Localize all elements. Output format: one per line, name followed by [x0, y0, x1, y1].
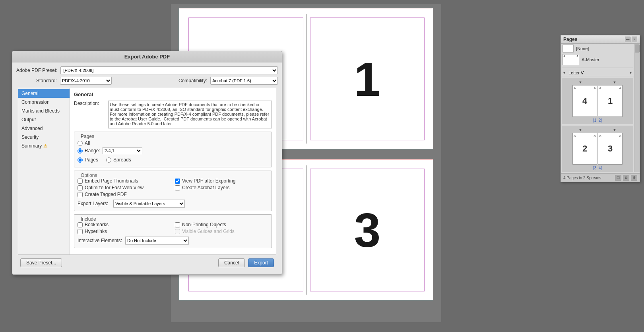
letter-v-label: Letter V — [568, 70, 584, 75]
pages-panel-content: [None] A A A-Master ▼ Letter V ▼ — [561, 44, 634, 172]
range-radio[interactable] — [78, 148, 83, 153]
tagged-pdf-checkbox[interactable] — [78, 192, 83, 197]
pages-panel-title: Pages — [563, 37, 577, 42]
hyperlinks-label: Hyperlinks — [85, 229, 107, 234]
optimize-web-checkbox[interactable] — [78, 185, 83, 190]
spread-1-page-1[interactable]: A A 1 — [598, 85, 623, 117]
scroll-track[interactable] — [634, 44, 640, 172]
spread-2-container: ▼ ▼ A A 2 A A 3 [3, 4] — [562, 126, 633, 172]
dialog-title-text: Export Adobe PDF — [124, 54, 170, 60]
pages-panel-footer: 4 Pages in 2 Spreads ☐ ⧉ 🗑 — [561, 173, 640, 182]
panel-expand-btn[interactable]: » — [632, 37, 637, 42]
sidebar-item-output[interactable]: Output — [18, 115, 70, 124]
bookmarks-checkbox[interactable] — [78, 222, 83, 227]
compat-select[interactable]: Acrobat 7 (PDF 1.6) — [210, 77, 278, 85]
sidebar-item-advanced[interactable]: Advanced — [18, 124, 70, 133]
scroll-thumb[interactable] — [635, 45, 640, 52]
page-1-inner-border — [310, 17, 425, 140]
interactive-elements-label: Interactive Elements: — [78, 238, 125, 243]
tagged-pdf-label: Create Tagged PDF — [85, 192, 127, 197]
page-3-inner-border — [310, 169, 425, 291]
spread-1-page-4[interactable]: A A 4 — [572, 85, 597, 117]
panel-collapse-btn[interactable]: — — [625, 37, 630, 42]
dialog-title: Export Adobe PDF — [12, 51, 282, 62]
view-pdf-checkbox[interactable] — [175, 179, 180, 184]
interactive-elements-select[interactable]: Do Not Include — [125, 237, 189, 245]
all-label: All — [85, 140, 90, 146]
acrobat-layers-checkbox[interactable] — [175, 185, 180, 190]
range-select[interactable]: 2-4,1 — [103, 147, 142, 154]
visible-guides-checkbox[interactable] — [175, 229, 180, 234]
none-master-item[interactable]: [None] — [561, 44, 634, 53]
pages-panel: Pages — » [None] A A A-Master — [561, 35, 640, 182]
preset-select[interactable]: [PDF/X-4:2008] — [60, 66, 278, 74]
non-printing-label: Non-Printing Objects — [182, 222, 226, 227]
footer-icon-new[interactable]: ☐ — [615, 175, 621, 181]
none-master-thumb — [563, 45, 574, 52]
footer-icons: ☐ ⧉ 🗑 — [615, 175, 637, 181]
description-textarea[interactable]: Use these settings to create Adobe PDF d… — [108, 101, 272, 128]
spread-2-thumb: A A 2 A A 3 — [563, 133, 632, 165]
spread-1-label: [1, 2] — [563, 118, 632, 122]
a-master-item[interactable]: A A A-Master — [561, 53, 634, 66]
pages-legend: Pages — [79, 134, 268, 139]
hyperlinks-checkbox[interactable] — [78, 229, 83, 234]
export-layers-label: Export Layers: — [78, 201, 113, 206]
spread-2-page-2[interactable]: A A 2 — [572, 133, 597, 165]
pages-type-label: Pages — [85, 157, 98, 163]
spread-1-thumb: A A 4 A A 1 — [563, 85, 632, 117]
footer-icon-delete[interactable]: 🗑 — [631, 175, 637, 181]
section-title-general: General — [74, 91, 272, 97]
settings-sidebar: General Compression Marks and Bleeds Out… — [18, 88, 70, 254]
dialog-footer: Save Preset... Cancel Export — [16, 255, 278, 270]
options-legend: Options — [79, 173, 268, 178]
export-layers-select[interactable]: Visible & Printable Layers — [113, 200, 185, 208]
panel-controls: — » — [625, 37, 637, 42]
range-label: Range: — [85, 148, 100, 153]
letter-v-row: ▼ Letter V ▼ — [561, 70, 634, 76]
cancel-button[interactable]: Cancel — [218, 258, 245, 267]
spreads-radio[interactable] — [106, 157, 111, 163]
options-section: Options Embed Page Thumbnails View PDF a… — [74, 171, 272, 211]
pages-type-radio[interactable] — [78, 157, 83, 163]
sidebar-item-general[interactable]: General — [18, 89, 70, 98]
footer-page-count: 4 Pages in 2 Spreads — [563, 176, 601, 180]
compat-label: Compatibility: — [178, 78, 207, 83]
a-master-label: A-Master — [582, 57, 599, 62]
footer-icon-copy[interactable]: ⧉ — [623, 175, 629, 181]
all-radio[interactable] — [78, 141, 83, 146]
view-pdf-label: View PDF after Exporting — [182, 178, 236, 184]
standard-label: Standard: — [16, 78, 60, 83]
pages-panel-titlebar: Pages — » — [561, 35, 640, 44]
spread-2-page-3[interactable]: A A 3 — [598, 133, 623, 165]
standard-select[interactable]: PDF/X-4:2010 — [60, 77, 112, 85]
visible-guides-label: Visible Guides and Grids — [182, 229, 235, 234]
spreads-label: Spreads — [113, 157, 131, 163]
export-pdf-dialog: Export Adobe PDF Adobe PDF Preset: [PDF/… — [12, 51, 282, 275]
page-3-spread: 3 — [307, 165, 428, 295]
optimize-web-label: Optimize for Fast Web View — [85, 185, 144, 190]
non-printing-checkbox[interactable] — [175, 222, 180, 227]
spread-2-label: [3, 4] — [563, 166, 632, 170]
embed-thumbnails-label: Embed Page Thumbnails — [85, 178, 138, 184]
export-button[interactable]: Export — [248, 258, 274, 267]
sidebar-item-security[interactable]: Security — [18, 133, 70, 142]
sidebar-item-summary[interactable]: Summary — [18, 142, 70, 150]
preset-label: Adobe PDF Preset: — [16, 68, 60, 73]
panel-divider-1 — [562, 68, 633, 68]
sidebar-item-compression[interactable]: Compression — [18, 98, 70, 107]
save-preset-button[interactable]: Save Preset... — [20, 258, 62, 267]
embed-thumbnails-checkbox[interactable] — [78, 179, 83, 184]
pages-section: Pages All Range: 2-4,1 — [74, 132, 272, 167]
sidebar-item-marks-bleeds[interactable]: Marks and Bleeds — [18, 107, 70, 115]
include-section: Include Bookmarks Non-Printing Objects — [74, 214, 272, 248]
spread-1-container: ▼ ▼ A A 4 A A 1 [1, 2] — [562, 78, 633, 124]
acrobat-layers-label: Create Acrobat Layers — [182, 185, 229, 190]
description-label: Description: — [74, 101, 105, 106]
page-1-spread: 1 — [307, 14, 428, 144]
main-content-area: General Description: Use these settings … — [70, 88, 276, 254]
a-master-thumb: A A — [563, 54, 579, 65]
bookmarks-label: Bookmarks — [85, 222, 109, 227]
none-label: [None] — [576, 46, 589, 51]
include-legend: Include — [79, 216, 268, 222]
